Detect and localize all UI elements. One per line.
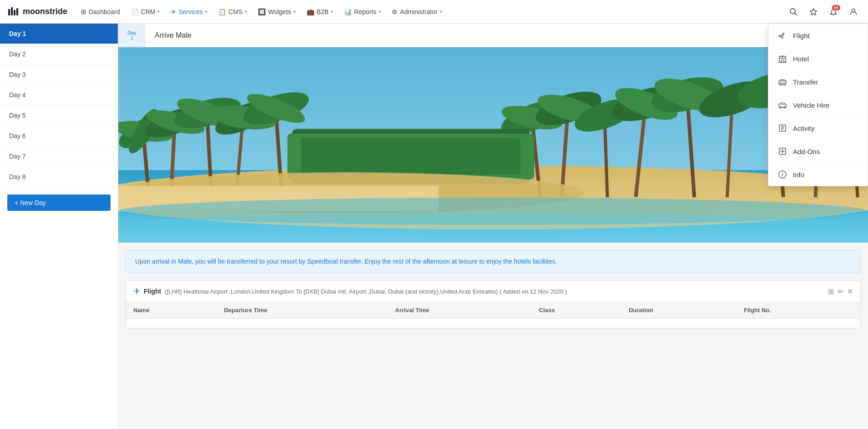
day-title: Arrive Male xyxy=(146,31,778,40)
col-departure: Departure Time xyxy=(217,302,388,319)
nav-reports[interactable]: 📊 Reports ▾ xyxy=(339,5,385,18)
svg-rect-3 xyxy=(16,8,18,15)
flight-delete-button[interactable]: ✕ xyxy=(847,287,853,296)
top-navigation: moonstride ⊞ Dashboard 📄 CRM ▾ ✈ Service… xyxy=(0,0,868,24)
dropdown-activity-label: Activity xyxy=(793,125,815,132)
reports-chevron: ▾ xyxy=(378,9,381,14)
app-logo[interactable]: moonstride xyxy=(7,5,67,18)
row-departure xyxy=(217,319,388,328)
nav-b2b-label: B2B xyxy=(317,8,328,15)
svg-rect-1 xyxy=(11,7,13,15)
svg-point-56 xyxy=(118,214,868,236)
dropdown-transfer-label: Transfer xyxy=(793,78,818,86)
new-day-button[interactable]: + New Day xyxy=(7,195,111,211)
col-arrival: Arrival Time xyxy=(388,302,532,319)
row-duration xyxy=(621,319,737,328)
content-area: Day 1 Arrive Male + ADD COMPONENT xyxy=(118,24,868,429)
flight-actions: ⊞ ✏ ✕ xyxy=(828,287,853,296)
dashboard-icon: ⊞ xyxy=(81,8,86,15)
sidebar-item-day4[interactable]: Day 4 xyxy=(0,85,118,105)
sidebar-item-day7[interactable]: Day 7 xyxy=(0,146,118,167)
dropdown-vehicle-hire-label: Vehicle Hire xyxy=(793,101,829,109)
favorites-button[interactable] xyxy=(806,5,821,19)
sidebar-item-day8[interactable]: Day 8 xyxy=(0,167,118,187)
nav-reports-label: Reports xyxy=(354,8,376,15)
nav-crm[interactable]: 📄 CRM ▾ xyxy=(126,5,165,18)
nav-cms-label: CMS xyxy=(228,8,242,15)
col-class: Class xyxy=(532,302,621,319)
nav-right-actions: 68 xyxy=(786,5,861,19)
notifications-button[interactable]: 68 xyxy=(826,5,841,19)
flight-meta: ([LHR] Heathrow Airport ,London,United K… xyxy=(165,288,567,295)
sidebar: Day 1 Day 2 Day 3 Day 4 Day 5 Day 6 Day … xyxy=(0,24,118,429)
nav-administrator[interactable]: ⚙ Administrator ▾ xyxy=(387,5,446,18)
cms-icon: 📋 xyxy=(218,8,226,15)
nav-widgets[interactable]: 🔲 Widgets ▾ xyxy=(253,5,300,18)
flight-dropdown-icon xyxy=(777,30,787,40)
dropdown-add-ons-label: Add-Ons xyxy=(793,148,820,155)
transfer-dropdown-icon xyxy=(777,77,787,87)
day-number: 1 xyxy=(131,35,133,41)
svg-point-7 xyxy=(833,14,834,15)
hero-image xyxy=(118,47,868,243)
col-duration: Duration xyxy=(621,302,737,319)
day-badge: Day 1 xyxy=(118,24,146,47)
row-class xyxy=(532,319,621,328)
reports-icon: 📊 xyxy=(344,8,352,15)
sidebar-item-day6[interactable]: Day 6 xyxy=(0,126,118,146)
user-profile-button[interactable] xyxy=(846,5,861,19)
flight-card: ✈ Flight ([LHR] Heathrow Airport ,London… xyxy=(126,280,861,329)
flight-icon: ✈ xyxy=(133,286,140,296)
dropdown-item-hotel[interactable]: Hotel xyxy=(768,47,868,70)
dropdown-item-transfer[interactable]: Transfer xyxy=(768,70,868,94)
day-label: Day xyxy=(127,30,136,35)
svg-rect-2 xyxy=(14,10,15,15)
dropdown-item-vehicle-hire[interactable]: Vehicle Hire xyxy=(768,94,868,117)
search-button[interactable] xyxy=(786,5,801,19)
nav-crm-label: CRM xyxy=(141,8,156,15)
svg-rect-58 xyxy=(781,60,784,62)
nav-dashboard[interactable]: ⊞ Dashboard xyxy=(76,5,125,18)
administrator-icon: ⚙ xyxy=(392,8,398,15)
row-flight-no xyxy=(737,319,860,328)
widgets-icon: 🔲 xyxy=(258,8,266,15)
flight-edit-button[interactable]: ✏ xyxy=(838,287,843,296)
activity-dropdown-icon xyxy=(777,123,787,133)
nav-widgets-label: Widgets xyxy=(268,8,291,15)
dropdown-info-label: Info xyxy=(793,171,804,179)
add-ons-dropdown-icon xyxy=(777,146,787,156)
dropdown-hotel-label: Hotel xyxy=(793,55,809,63)
nav-services[interactable]: ✈ Services ▾ xyxy=(166,5,212,18)
info-text: Upon arrival in Male, you will be transf… xyxy=(135,258,557,265)
col-name: Name xyxy=(126,302,217,319)
b2b-icon: 💼 xyxy=(307,8,314,15)
dropdown-item-info[interactable]: Info xyxy=(768,163,868,186)
nav-services-label: Services xyxy=(178,8,203,15)
nav-b2b[interactable]: 💼 B2B ▾ xyxy=(302,5,338,18)
nav-dashboard-label: Dashboard xyxy=(89,8,120,15)
info-box: Upon arrival in Male, you will be transf… xyxy=(126,250,861,273)
info-dropdown-icon xyxy=(777,170,787,180)
row-arrival xyxy=(388,319,532,328)
notification-badge: 68 xyxy=(832,5,840,10)
dropdown-item-flight[interactable]: Flight xyxy=(768,24,868,47)
administrator-chevron: ▾ xyxy=(440,9,442,14)
services-chevron: ▾ xyxy=(205,9,207,14)
dropdown-item-add-ons[interactable]: Add-Ons xyxy=(768,140,868,163)
svg-rect-0 xyxy=(8,9,10,15)
flight-view-button[interactable]: ⊞ xyxy=(828,287,834,296)
sidebar-item-day3[interactable]: Day 3 xyxy=(0,65,118,85)
dropdown-flight-label: Flight xyxy=(793,32,810,40)
day-header: Day 1 Arrive Male + ADD COMPONENT xyxy=(118,24,868,47)
svg-line-5 xyxy=(795,13,797,15)
flight-header: ✈ Flight ([LHR] Heathrow Airport ,London… xyxy=(126,281,860,302)
dropdown-item-activity[interactable]: Activity xyxy=(768,117,868,140)
sidebar-item-day5[interactable]: Day 5 xyxy=(0,105,118,126)
nav-cms[interactable]: 📋 CMS ▾ xyxy=(214,5,252,18)
sidebar-item-day2[interactable]: Day 2 xyxy=(0,44,118,65)
vehicle-hire-dropdown-icon xyxy=(777,100,787,110)
logo-text: moonstride xyxy=(23,7,67,16)
svg-rect-52 xyxy=(301,138,520,175)
table-row xyxy=(126,319,860,328)
sidebar-item-day1[interactable]: Day 1 xyxy=(0,24,118,44)
